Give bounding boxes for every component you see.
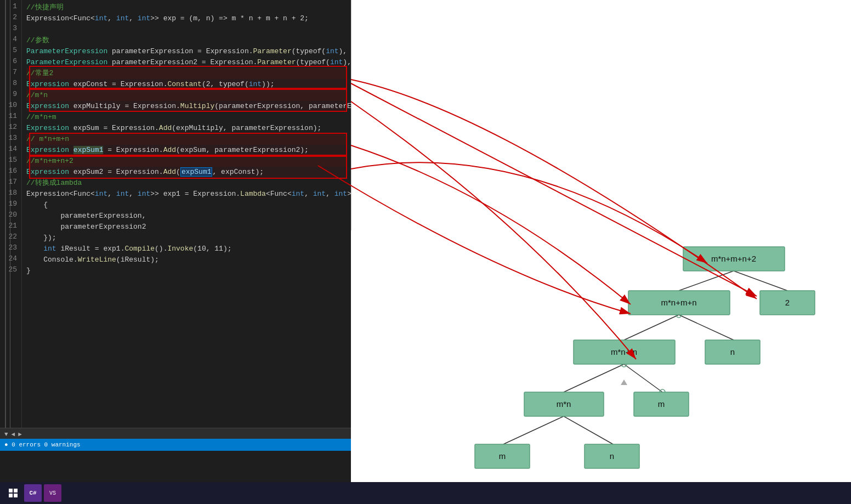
code-line-11: //m*n+m bbox=[26, 112, 347, 123]
tree-diagram: m*n+m+n+2 m*n+m+n 2 m*n+m n m*n m m n bbox=[351, 230, 851, 504]
windows-icon bbox=[9, 489, 18, 497]
code-content: //快捷声明 Expression<Func<int, int, int>> e… bbox=[22, 0, 351, 428]
svg-rect-24 bbox=[9, 494, 13, 497]
code-line-8: Expression expConst = Expression.Constan… bbox=[26, 79, 347, 90]
code-line-6: ParameterExpression parameterExpression2… bbox=[26, 57, 347, 68]
svg-text:n: n bbox=[730, 347, 735, 356]
svg-rect-25 bbox=[14, 494, 18, 497]
code-line-20: parameterExpression, bbox=[26, 211, 347, 222]
code-line-12: Expression expSum = Expression.Add(expMu… bbox=[26, 123, 347, 134]
code-editor: 1 2 3 4 5 6 7 8 9 10 11 12 13 14 15 16 1… bbox=[0, 0, 351, 428]
code-line-15: //m*n+m+n+2 bbox=[26, 156, 347, 167]
editor-gutter-line bbox=[10, 0, 10, 428]
svg-line-3 bbox=[679, 315, 734, 340]
line-numbers: 1 2 3 4 5 6 7 8 9 10 11 12 13 14 15 16 1… bbox=[0, 0, 22, 428]
code-line-22: }); bbox=[26, 233, 347, 243]
taskbar-windows[interactable] bbox=[4, 484, 22, 502]
status-bar: ● 0 errors 0 warnings bbox=[0, 439, 351, 451]
svg-text:m*n+m+n: m*n+m+n bbox=[661, 298, 696, 307]
code-line-14: Expression expSum1 = Expression.Add(expS… bbox=[26, 145, 347, 156]
left-gutter bbox=[5, 0, 6, 428]
svg-line-6 bbox=[503, 416, 564, 444]
code-line-21: parameterExpression2 bbox=[26, 222, 347, 233]
editor-toolbar: ▼ ◀ ▶ bbox=[0, 428, 351, 440]
code-line-19: { bbox=[26, 200, 347, 211]
svg-line-0 bbox=[679, 271, 734, 291]
svg-text:m: m bbox=[499, 451, 506, 461]
taskbar-vs[interactable]: VS bbox=[44, 484, 61, 502]
diagram-top bbox=[351, 0, 851, 230]
taskbar: C# VS bbox=[0, 482, 851, 504]
svg-text:2: 2 bbox=[785, 298, 790, 307]
svg-rect-22 bbox=[9, 489, 13, 492]
code-line-3 bbox=[26, 24, 347, 35]
svg-line-5 bbox=[624, 364, 662, 392]
svg-text:m: m bbox=[658, 399, 665, 409]
code-line-25: } bbox=[26, 265, 347, 276]
code-line-16: Expression expSum2 = Expression.Add(expS… bbox=[26, 167, 347, 178]
svg-text:m*n: m*n bbox=[557, 399, 571, 409]
svg-line-1 bbox=[734, 271, 787, 291]
code-line-10: Expression expMultiply = Expression.Mult… bbox=[26, 101, 347, 112]
code-line-23: int iResult = exp1.Compile().Invoke(10, … bbox=[26, 243, 347, 254]
code-line-9: //m*n bbox=[26, 90, 347, 101]
svg-text:m*n+m: m*n+m bbox=[611, 347, 637, 356]
code-line-5: ParameterExpression parameterExpression … bbox=[26, 46, 347, 57]
toolbar-scroll-left[interactable]: ◀ bbox=[12, 431, 15, 438]
code-line-24: Console.WriteLine(iResult); bbox=[26, 254, 347, 265]
code-line-2: Expression<Func<int, int, int>> exp = (m… bbox=[26, 13, 347, 24]
svg-line-4 bbox=[564, 364, 624, 392]
toolbar-scroll-right[interactable]: ▶ bbox=[18, 431, 22, 438]
toolbar-arrow[interactable]: ▼ bbox=[4, 431, 8, 438]
svg-text:n: n bbox=[610, 451, 614, 461]
code-line-18: Expression<Func<int, int, int>> exp1 = E… bbox=[26, 189, 347, 200]
diagram-area: m*n+m+n+2 m*n+m+n 2 m*n+m n m*n m m n bbox=[351, 230, 851, 504]
svg-line-7 bbox=[564, 416, 613, 444]
status-text: ● 0 errors 0 warnings bbox=[4, 441, 81, 448]
code-line-7: //常量2 bbox=[26, 68, 347, 79]
code-line-4: //参数 bbox=[26, 35, 347, 46]
svg-rect-23 bbox=[14, 489, 18, 492]
code-line-17: //转换成lambda bbox=[26, 178, 347, 189]
code-line-1: //快捷声明 bbox=[26, 2, 347, 13]
svg-marker-11 bbox=[621, 380, 627, 385]
code-line-13: // m*n+m+n bbox=[26, 134, 347, 145]
svg-text:m*n+m+n+2: m*n+m+n+2 bbox=[711, 254, 756, 263]
taskbar-csharp[interactable]: C# bbox=[24, 484, 42, 502]
svg-line-2 bbox=[624, 315, 679, 340]
